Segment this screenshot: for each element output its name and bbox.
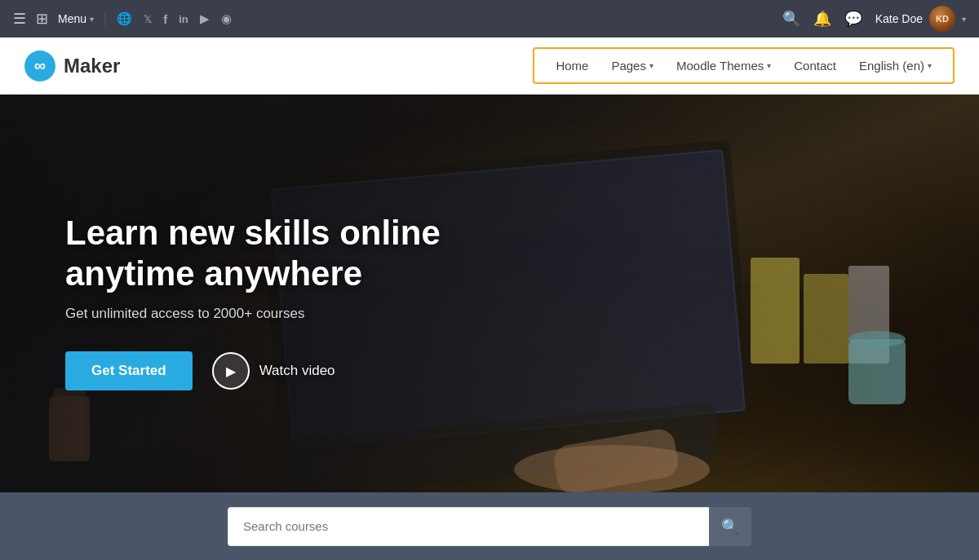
nav-contact[interactable]: Contact [786,55,844,76]
nav-language[interactable]: English (en) ▾ [851,55,940,76]
menu-label: Menu [58,12,86,25]
linkedin-icon[interactable]: in [179,13,188,25]
nav-home[interactable]: Home [547,55,596,76]
nav-moodle-themes[interactable]: Moodle Themes ▾ [668,55,779,76]
nav-contact-label: Contact [794,59,836,73]
get-started-button[interactable]: Get Started [65,351,193,390]
top-bar: ☰ ⊞ Menu ▾ | 🌐 𝕏 f in ▶ ◉ 🔍 🔔 💬 Kate Doe… [0,0,979,37]
brand-name: Maker [64,55,120,77]
search-input-wrap [228,507,709,546]
play-icon: ▶ [212,352,250,390]
user-name: Kate Doe [875,12,923,25]
search-input[interactable] [228,507,709,546]
avatar-image: KD [929,6,955,32]
logo-icon: ∞ [24,51,55,82]
twitter-icon[interactable]: 𝕏 [144,13,152,25]
hero-subtitle: Get unlimited access to 2000+ courses [65,306,979,322]
facebook-icon[interactable]: f [163,12,167,26]
logo[interactable]: ∞ Maker [24,51,120,82]
search-icon[interactable]: 🔍 [782,10,800,28]
bell-icon[interactable]: 🔔 [813,10,831,28]
get-started-label: Get Started [91,363,166,378]
social-links: 🌐 𝕏 f in ▶ ◉ [117,11,232,26]
hamburger-icon[interactable]: ☰ [13,10,26,28]
instagram-icon[interactable]: ◉ [221,11,232,26]
pages-dropdown-icon: ▾ [649,61,653,70]
play-symbol: ▶ [226,364,236,379]
globe-icon[interactable]: 🌐 [117,11,132,26]
separator: | [104,11,107,26]
logo-symbol: ∞ [34,56,46,75]
user-chevron-icon: ▾ [962,15,966,24]
hero-title-line2: anytime anywhere [65,254,362,293]
language-dropdown-icon: ▾ [928,61,932,70]
nav-moodle-label: Moodle Themes [676,59,764,73]
search-button[interactable]: 🔍 [709,507,751,546]
logo-bar: ∞ Maker Home Pages ▾ Moodle Themes ▾ Con… [0,37,979,95]
menu-chevron-icon: ▾ [90,15,94,24]
nav-language-label: English (en) [859,59,924,73]
menu-button[interactable]: Menu ▾ [58,12,94,25]
nav-pages-label: Pages [611,59,646,73]
moodle-dropdown-icon: ▾ [767,61,771,70]
chat-icon[interactable]: 💬 [844,10,862,28]
user-menu[interactable]: Kate Doe KD ▾ [875,6,966,32]
top-bar-right: 🔍 🔔 💬 Kate Doe KD ▾ [782,6,966,32]
nav-pages[interactable]: Pages ▾ [603,55,662,76]
main-nav: Home Pages ▾ Moodle Themes ▾ Contact Eng… [533,47,955,84]
watch-video-button[interactable]: ▶ Watch video [212,352,335,390]
top-bar-left: ☰ ⊞ Menu ▾ | 🌐 𝕏 f in ▶ ◉ [13,10,232,28]
search-button-icon: 🔍 [721,518,739,536]
avatar: KD [929,6,955,32]
hero-content: Learn new skills online anytime anywhere… [0,95,979,492]
hero-title: Learn new skills online anytime anywhere [65,213,490,295]
watch-video-label: Watch video [259,363,335,379]
hero-actions: Get Started ▶ Watch video [65,351,979,390]
hero-section: Learn new skills online anytime anywhere… [0,95,979,492]
nav-home-label: Home [556,59,588,73]
grid-icon[interactable]: ⊞ [36,10,48,28]
hero-title-line1: Learn new skills online [65,214,441,252]
youtube-icon[interactable]: ▶ [200,11,210,26]
search-bar: 🔍 [0,492,979,560]
